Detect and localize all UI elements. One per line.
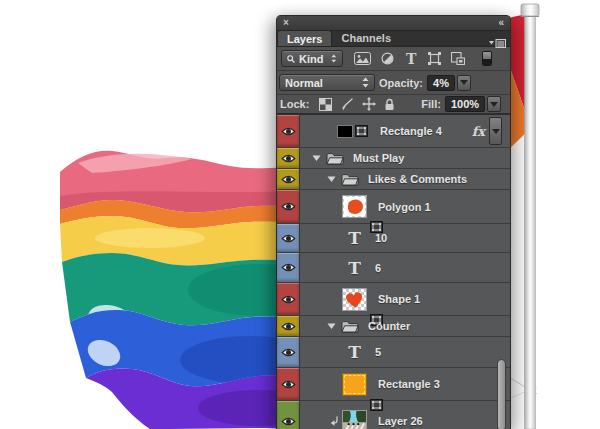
- eye-icon: [281, 174, 296, 185]
- lock-label: Lock:: [280, 98, 309, 110]
- layer-thumbnail[interactable]: [342, 288, 367, 311]
- layer-effects-badge[interactable]: fx: [472, 124, 485, 139]
- layer-visibility-toggle[interactable]: [277, 316, 300, 336]
- eye-icon: [281, 321, 296, 332]
- layer-name: 5: [375, 346, 381, 358]
- layer-name: Polygon 1: [378, 201, 431, 213]
- blend-mode-select[interactable]: Normal: [279, 74, 375, 91]
- shape-layer-filter-icon[interactable]: [428, 52, 441, 65]
- collapse-panel-icon[interactable]: «: [498, 18, 504, 28]
- updown-arrows-icon: [362, 77, 369, 88]
- layer-row[interactable]: T5: [277, 337, 510, 368]
- layer-name: Rectangle 3: [378, 378, 440, 390]
- adjustment-layer-filter-icon[interactable]: [381, 52, 394, 65]
- close-icon[interactable]: ×: [283, 18, 289, 28]
- layers-panel: × « Layers Channels Kind T: [276, 15, 511, 429]
- fill-dropdown-button[interactable]: [487, 96, 501, 112]
- layer-thumbnail[interactable]: [342, 410, 367, 429]
- layer-thumbnail[interactable]: [337, 125, 353, 138]
- lock-pixels-icon[interactable]: [340, 98, 354, 111]
- layer-row[interactable]: Counter: [277, 316, 510, 337]
- eye-icon: [281, 379, 296, 390]
- disclosure-triangle-icon[interactable]: [327, 322, 336, 330]
- type-layer-filter-icon[interactable]: T: [406, 51, 416, 67]
- kind-filter-label: Kind: [299, 53, 323, 65]
- lock-transparency-icon[interactable]: [319, 98, 332, 111]
- layer-row[interactable]: Likes & Comments: [277, 169, 510, 190]
- layer-name: Likes & Comments: [368, 173, 467, 185]
- layer-name: Counter: [368, 320, 410, 332]
- tab-layers[interactable]: Layers: [277, 30, 332, 46]
- panel-titlebar: × «: [277, 16, 510, 31]
- layer-visibility-toggle[interactable]: [277, 401, 300, 429]
- eye-icon: [281, 201, 296, 212]
- layer-visibility-toggle[interactable]: [277, 169, 300, 189]
- layer-name: Shape 1: [378, 293, 420, 305]
- text-layer-thumbnail[interactable]: T: [347, 342, 362, 362]
- layer-visibility-toggle[interactable]: [277, 115, 300, 147]
- opacity-dropdown-button[interactable]: [457, 75, 471, 91]
- text-layer-thumbnail[interactable]: T: [347, 228, 362, 248]
- clipping-mask-arrow-icon: [330, 416, 339, 426]
- layer-effects-chevron-button[interactable]: [489, 117, 502, 145]
- layer-row[interactable]: Rectangle 4fx: [277, 115, 510, 148]
- layer-row[interactable]: Rectangle 3: [277, 368, 510, 401]
- filter-bar: Kind T: [277, 47, 510, 71]
- lock-bar: Lock: Fill: 100%: [277, 95, 510, 115]
- polygon-shape-thumbnail: [343, 196, 366, 217]
- smart-object-filter-icon[interactable]: [451, 52, 465, 65]
- photo-thumbnail-image: [343, 411, 366, 429]
- layer-visibility-toggle[interactable]: [277, 253, 300, 282]
- layer-row[interactable]: Layer 26: [277, 401, 510, 429]
- layer-name: 10: [375, 232, 387, 244]
- disclosure-triangle-icon[interactable]: [312, 154, 321, 162]
- layer-visibility-toggle[interactable]: [277, 283, 300, 315]
- layer-visibility-toggle[interactable]: [277, 337, 300, 367]
- screenshot-stage: × « Layers Channels Kind T: [0, 0, 600, 429]
- opacity-value[interactable]: 4%: [427, 75, 455, 91]
- fill-value[interactable]: 100%: [445, 96, 485, 112]
- eye-icon: [281, 347, 296, 358]
- kind-filter-select[interactable]: Kind: [281, 50, 343, 67]
- layer-name: Layer 26: [378, 415, 423, 427]
- layer-name: Rectangle 4: [380, 125, 442, 137]
- pixel-layer-filter-icon[interactable]: [354, 52, 371, 65]
- eye-icon: [281, 126, 296, 137]
- layer-visibility-toggle[interactable]: [277, 368, 300, 400]
- panel-menu-icon[interactable]: [489, 34, 506, 52]
- lock-position-icon[interactable]: [362, 97, 376, 111]
- folder-icon: [326, 152, 344, 165]
- layer-row[interactable]: Shape 1: [277, 283, 510, 316]
- heart-shape-thumbnail: [343, 289, 366, 310]
- eye-icon: [281, 294, 296, 305]
- disclosure-triangle-icon[interactable]: [327, 175, 336, 183]
- layer-visibility-toggle[interactable]: [277, 224, 300, 252]
- blend-bar: Normal Opacity: 4%: [277, 71, 510, 95]
- folder-icon: [341, 320, 359, 333]
- tab-channels[interactable]: Channels: [332, 30, 400, 46]
- layer-visibility-toggle[interactable]: [277, 148, 300, 168]
- layer-thumbnail[interactable]: [342, 195, 367, 218]
- lock-all-icon[interactable]: [384, 98, 395, 111]
- layer-name: Must Play: [353, 152, 404, 164]
- layer-row[interactable]: Must Play: [277, 148, 510, 169]
- layers-list: Rectangle 4fxMust PlayLikes & CommentsPo…: [277, 115, 510, 429]
- eye-icon: [281, 416, 296, 427]
- updown-arrows-icon: [331, 53, 337, 64]
- layer-row[interactable]: Polygon 1: [277, 190, 510, 224]
- fill-label: Fill:: [421, 98, 441, 110]
- layer-row[interactable]: T10: [277, 224, 510, 253]
- scrollbar-thumb[interactable]: [497, 359, 506, 429]
- layer-filtering-toggle[interactable]: [482, 51, 492, 66]
- vector-mask-badge-icon: [355, 125, 368, 137]
- layer-visibility-toggle[interactable]: [277, 190, 300, 223]
- folder-icon: [341, 173, 359, 186]
- layer-thumbnail[interactable]: [342, 373, 367, 396]
- eye-icon: [281, 262, 296, 273]
- blend-mode-value: Normal: [285, 77, 323, 89]
- text-layer-thumbnail[interactable]: T: [347, 258, 362, 278]
- panel-tabstrip: Layers Channels: [277, 31, 510, 47]
- opacity-label: Opacity:: [379, 77, 423, 89]
- layer-row[interactable]: T6: [277, 253, 510, 283]
- eye-icon: [281, 233, 296, 244]
